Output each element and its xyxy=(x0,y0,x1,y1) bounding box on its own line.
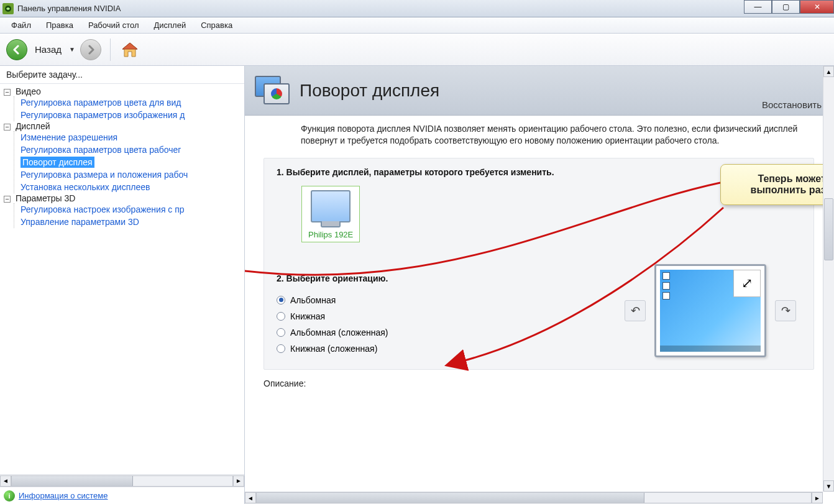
forward-button[interactable] xyxy=(80,39,101,60)
task-tree: − Видео Регулировка параметров цвета для… xyxy=(0,84,244,474)
main-hscrollbar[interactable]: ◄ ► xyxy=(245,492,823,504)
tutorial-callout: Теперь можете с легкостью выполнить разв… xyxy=(720,164,823,205)
back-dropdown-icon[interactable]: ▼ xyxy=(69,46,75,53)
description-label: Описание: xyxy=(263,378,823,388)
rotate-ccw-button[interactable]: ↶ xyxy=(625,300,646,321)
page-description: Функция поворота дисплея NVIDIA позволяе… xyxy=(245,123,823,147)
radio-landscape-flipped[interactable] xyxy=(277,328,285,337)
monitor-icon xyxy=(311,190,351,222)
tree-toggle-3d[interactable]: − xyxy=(4,196,11,203)
vscroll-thumb[interactable] xyxy=(824,198,833,260)
main-hscroll-thumb[interactable] xyxy=(257,493,644,503)
tree-category-3d[interactable]: Параметры 3D xyxy=(16,193,75,203)
toolbar: Назад ▼ xyxy=(0,34,834,66)
radio-landscape-flipped-label: Альбомная (сложенная) xyxy=(290,328,388,337)
menu-desktop[interactable]: Рабочий стол xyxy=(82,19,145,32)
hscroll-track[interactable] xyxy=(11,475,233,487)
tree-toggle-display[interactable]: − xyxy=(4,124,11,131)
tree-item-rotate-display[interactable]: Поворот дисплея xyxy=(21,157,94,168)
close-button[interactable]: ✕ xyxy=(800,0,834,14)
maximize-button[interactable]: ▢ xyxy=(772,0,800,14)
menu-help[interactable]: Справка xyxy=(195,19,239,32)
window-title: Панель управления NVIDIA xyxy=(17,4,121,13)
orientation-preview: ↶ ⤢ ↷ xyxy=(625,264,796,357)
tree-item-manage-3d[interactable]: Управление параметрами 3D xyxy=(21,217,139,227)
menu-bar: Файл Правка Рабочий стол Дисплей Справка xyxy=(0,17,834,34)
display-name: Philips 192E xyxy=(308,230,353,239)
preview-monitor: ⤢ xyxy=(654,264,766,357)
system-info-link[interactable]: Информация о системе xyxy=(19,491,108,500)
main-hscroll-track[interactable] xyxy=(256,492,812,503)
radio-portrait[interactable] xyxy=(277,312,285,321)
hscroll-right-icon[interactable]: ► xyxy=(233,475,244,487)
main-panel: Поворот дисплея Восстановить Функция пов… xyxy=(245,66,834,504)
tree-toggle-video[interactable]: − xyxy=(4,89,11,96)
radio-landscape[interactable] xyxy=(277,296,285,305)
tree-item-multiple-displays[interactable]: Установка нескольких дисплеев xyxy=(21,182,150,192)
tree-item-desktop-color[interactable]: Регулировка параметров цвета рабочег xyxy=(21,145,181,155)
tree-item-video-color[interactable]: Регулировка параметров цвета для вид xyxy=(21,98,181,108)
tree-category-video[interactable]: Видео xyxy=(16,86,41,96)
menu-display[interactable]: Дисплей xyxy=(148,19,193,32)
title-bar: Панель управления NVIDIA — ▢ ✕ xyxy=(0,0,834,17)
page-header: Поворот дисплея Восстановить xyxy=(245,66,834,116)
rotate-cw-button[interactable]: ↷ xyxy=(775,300,796,321)
system-info-icon: i xyxy=(4,490,15,502)
main-hscroll-left-icon[interactable]: ◄ xyxy=(245,492,256,503)
radio-portrait-flipped-label: Книжная (сложенная) xyxy=(290,344,377,354)
sidebar-hscrollbar[interactable]: ◄ ► xyxy=(0,474,244,487)
vscroll-up-icon[interactable]: ▲ xyxy=(823,66,834,77)
tree-category-display[interactable]: Дисплей xyxy=(16,121,50,131)
tree-item-desktop-size-position[interactable]: Регулировка размера и положения рабоч xyxy=(21,170,188,180)
menu-file[interactable]: Файл xyxy=(5,19,37,32)
rotate-overlay-icon: ⤢ xyxy=(733,270,761,297)
tree-item-change-resolution[interactable]: Изменение разрешения xyxy=(21,132,117,142)
task-header: Выберите задачу... xyxy=(0,66,244,84)
display-item[interactable]: Philips 192E xyxy=(301,186,360,242)
back-label: Назад xyxy=(35,44,62,55)
radio-landscape-label: Альбомная xyxy=(290,295,336,305)
page-header-icon xyxy=(255,75,291,107)
main-hscroll-right-icon[interactable]: ► xyxy=(812,492,823,503)
nvidia-app-icon xyxy=(2,3,14,14)
restore-defaults-link[interactable]: Восстановить xyxy=(762,99,822,110)
home-button[interactable] xyxy=(119,39,140,60)
tree-item-video-image[interactable]: Регулировка параметров изображения д xyxy=(21,110,185,120)
toolbar-separator xyxy=(110,39,111,61)
vscroll-track[interactable] xyxy=(823,77,834,480)
task-sidebar: Выберите задачу... − Видео Регулировка п… xyxy=(0,66,245,504)
page-title: Поворот дисплея xyxy=(300,81,439,101)
main-vscrollbar[interactable]: ▲ ▼ xyxy=(823,66,834,492)
main-body: Функция поворота дисплея NVIDIA позволяе… xyxy=(245,116,823,492)
minimize-button[interactable]: — xyxy=(744,0,772,14)
vscroll-down-icon[interactable]: ▼ xyxy=(823,480,834,492)
hscroll-thumb[interactable] xyxy=(12,476,133,486)
sidebar-footer: i Информация о системе xyxy=(0,487,244,504)
tree-item-3d-image-settings[interactable]: Регулировка настроек изображения с пр xyxy=(21,204,185,214)
window-controls: — ▢ ✕ xyxy=(744,0,834,14)
hscroll-left-icon[interactable]: ◄ xyxy=(0,475,11,487)
menu-edit[interactable]: Правка xyxy=(40,19,80,32)
back-button[interactable] xyxy=(6,39,27,60)
radio-portrait-flipped[interactable] xyxy=(277,344,285,353)
radio-portrait-label: Книжная xyxy=(290,311,325,321)
